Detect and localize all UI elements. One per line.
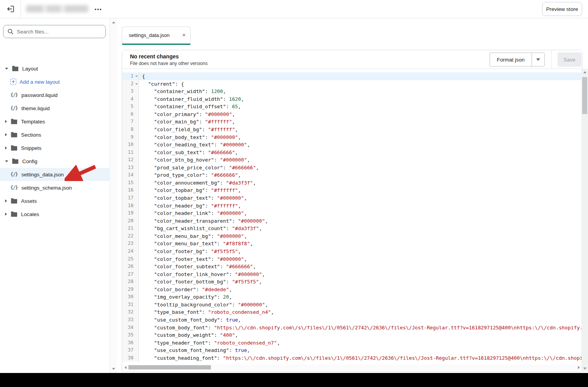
code-line[interactable]: 6 "color_primary": "#000000", [122, 111, 582, 118]
scroll-left-arrow-icon[interactable] [125, 366, 126, 369]
code-line[interactable]: 26 "color_footer_subtext": "#666666", [122, 263, 582, 271]
code-text[interactable]: "color_main_bg": "#ffffff", [139, 118, 582, 126]
tree-item-locales[interactable]: Locales [0, 208, 110, 221]
code-text[interactable]: "container_fluid_offset": 65, [139, 103, 582, 111]
code-line[interactable]: 8 "color_field_bg": "#ffffff", [122, 126, 582, 134]
code-line[interactable]: 35 "custom_body_weight": "400", [122, 331, 582, 339]
scroll-up-arrow-icon[interactable] [583, 71, 586, 73]
code-text[interactable]: "type_base_font": "roboto_condensed_n4", [139, 308, 582, 316]
code-text[interactable]: "color_heading_text": "#000000", [139, 141, 582, 149]
code-text[interactable]: "color_field_bg": "#ffffff", [139, 126, 582, 134]
code-text[interactable]: "color_annoucement_bg": "#da3f3f", [139, 179, 582, 187]
code-text[interactable]: "color_btn_bg_hover": "#000000", [139, 156, 582, 164]
tab-settings-data-json[interactable]: settings_data.json × [122, 26, 191, 45]
horizontal-scrollbar[interactable] [123, 364, 582, 370]
code-line[interactable]: 2 "current": { [122, 80, 582, 88]
code-line[interactable]: 7 "color_main_bg": "#ffffff", [122, 118, 582, 126]
code-text[interactable]: "current": { [139, 80, 582, 88]
code-text[interactable]: "img_overlay_opacity": 20, [139, 293, 582, 301]
format-json-dropdown-button[interactable] [532, 53, 545, 67]
code-text[interactable]: "custom_body_font": "https:\/\/cdn.shopi… [139, 324, 582, 332]
code-line[interactable]: 38 "custom_heading_font": "https:\/\/cdn… [122, 354, 582, 362]
tree-item-add-a-new-layout[interactable]: +Add a new layout [0, 75, 110, 88]
code-line[interactable]: 18 "color_header_bg": "#ffffff", [122, 202, 582, 210]
code-line[interactable]: 34 "custom_body_font": "https:\/\/cdn.sh… [122, 324, 582, 332]
code-text[interactable]: "color_menu_bar_bg": "#000000", [139, 232, 582, 240]
code-line[interactable]: 4 "container_fluid_width": 1620, [122, 95, 582, 103]
vertical-scroll-thumb[interactable] [582, 77, 587, 114]
tree-item-theme-liquid[interactable]: {/}theme.liquid [0, 102, 110, 115]
caret-down-icon[interactable] [5, 160, 8, 162]
code-text[interactable]: "tooltip_background_color": "#000000", [139, 301, 582, 309]
code-line[interactable]: 30 "img_overlay_opacity": 20, [122, 293, 582, 301]
code-line[interactable]: 23 "color_menu_bar_text": "#f8f8f8", [122, 240, 582, 248]
code-line[interactable]: 14 "prod_type_color": "#666666", [122, 171, 582, 179]
code-text[interactable]: "color_header_bg": "#ffffff", [139, 202, 582, 210]
code-text[interactable]: "color_menu_bar_text": "#f8f8f8", [139, 240, 582, 248]
code-line[interactable]: 27 "color_footer_link_hover": "#000000", [122, 271, 582, 278]
code-line[interactable]: 21 "bg_cart_wishlist_count": "#da3f3f", [122, 225, 582, 232]
caret-right-icon[interactable] [5, 213, 7, 216]
caret-right-icon[interactable] [5, 133, 7, 136]
scroll-down-arrow-icon[interactable] [583, 368, 586, 369]
tree-item-assets[interactable]: Assets [0, 194, 110, 208]
code-text[interactable]: "color_header_transparent": "#000000", [139, 217, 582, 225]
code-line[interactable]: 12 "color_btn_bg_hover": "#000000", [122, 156, 582, 164]
code-line[interactable]: 36 "type_header_font": "roboto_condensed… [122, 339, 582, 347]
horizontal-scroll-thumb[interactable] [128, 365, 211, 369]
code-text[interactable]: "color_footer_link_hover": "#000000", [139, 271, 582, 278]
code-line[interactable]: 24 "color_footer_bg": "#f5f5f5", [122, 248, 582, 255]
caret-right-icon[interactable] [5, 199, 7, 202]
code-line[interactable]: 5 "container_fluid_offset": 65, [122, 103, 582, 111]
fold-caret-icon[interactable] [135, 76, 138, 77]
code-text[interactable]: "color_topbar_text": "#000000", [139, 194, 582, 202]
code-text[interactable]: "color_header_link": "#000000", [139, 209, 582, 217]
code-text[interactable]: { [139, 72, 582, 80]
caret-down-icon[interactable] [5, 68, 8, 70]
code-text[interactable]: "custom_body_weight": "400", [139, 331, 582, 339]
scroll-down-arrow-icon[interactable] [112, 368, 115, 370]
code-line[interactable]: 37 "use_custom_font_heading": true, [122, 347, 582, 354]
code-line[interactable]: 15 "color_annoucement_bg": "#da3f3f", [122, 179, 582, 187]
code-line[interactable]: 10 "color_heading_text": "#000000", [122, 141, 582, 149]
code-line[interactable]: 33 "use_custom_font_body": true, [122, 316, 582, 324]
save-button[interactable]: Save [558, 53, 581, 67]
caret-right-icon[interactable] [5, 120, 7, 123]
code-text[interactable]: "color_border": "#dedede", [139, 286, 582, 294]
code-line[interactable]: 11 "color_sub_text": "#666666", [122, 149, 582, 157]
code-line[interactable]: 1{ [122, 72, 582, 80]
scroll-up-arrow-icon[interactable] [112, 21, 115, 23]
tree-item-layout[interactable]: Layout [0, 62, 110, 75]
code-text[interactable]: "color_sub_text": "#666666", [139, 149, 582, 157]
code-line[interactable]: 20 "color_header_transparent": "#000000"… [122, 217, 582, 225]
code-text[interactable]: "color_body_text": "#000000", [139, 134, 582, 141]
caret-right-icon[interactable] [5, 146, 7, 150]
code-text[interactable]: "color_footer_bottom_bg": "#f5f5f5", [139, 278, 582, 286]
fold-caret-icon[interactable] [135, 83, 138, 85]
code-text[interactable]: "color_footer_bg": "#f5f5f5", [139, 248, 582, 255]
code-line[interactable]: 17 "color_topbar_text": "#000000", [122, 194, 582, 202]
code-text[interactable]: "container_fluid_width": 1620, [139, 95, 582, 103]
vertical-scrollbar[interactable] [581, 69, 588, 372]
code-text[interactable]: "use_custom_font_heading": true, [139, 347, 582, 354]
preview-store-button[interactable]: Preview store [542, 2, 582, 16]
tree-item-templates[interactable]: Templates [0, 115, 110, 128]
tree-item-snippets[interactable]: Snippets [0, 141, 110, 155]
code-line[interactable]: 9 "color_body_text": "#000000", [122, 134, 582, 141]
code-line[interactable]: 3 "container_width": 1200, [122, 88, 582, 95]
code-text[interactable]: "color_topbar_bg": "#ffffff", [139, 186, 582, 194]
code-text[interactable]: "color_footer_text": "#000000", [139, 255, 582, 263]
scroll-right-arrow-icon[interactable] [578, 366, 580, 369]
code-line[interactable]: 29 "color_border": "#dedede", [122, 286, 582, 294]
sidebar-scrollbar[interactable] [111, 18, 117, 373]
code-text[interactable]: "type_header_font": "roboto_condensed_n7… [139, 339, 582, 347]
code-text[interactable]: "custom_heading_font": "https:\/\/cdn.sh… [139, 354, 582, 362]
code-line[interactable]: 13 "prod_sale_price_color": "#666666", [122, 164, 582, 172]
code-editor[interactable]: 1{2 "current": {3 "container_width": 120… [122, 69, 582, 365]
code-text[interactable]: "color_footer_subtext": "#666666", [139, 263, 582, 271]
code-text[interactable]: "color_primary": "#000000", [139, 111, 582, 118]
code-line[interactable]: 22 "color_menu_bar_bg": "#000000", [122, 232, 582, 240]
tree-item-password-liquid[interactable]: {/}password.liquid [0, 88, 110, 102]
code-text[interactable]: "bg_cart_wishlist_count": "#da3f3f", [139, 225, 582, 232]
search-input[interactable] [17, 29, 102, 35]
